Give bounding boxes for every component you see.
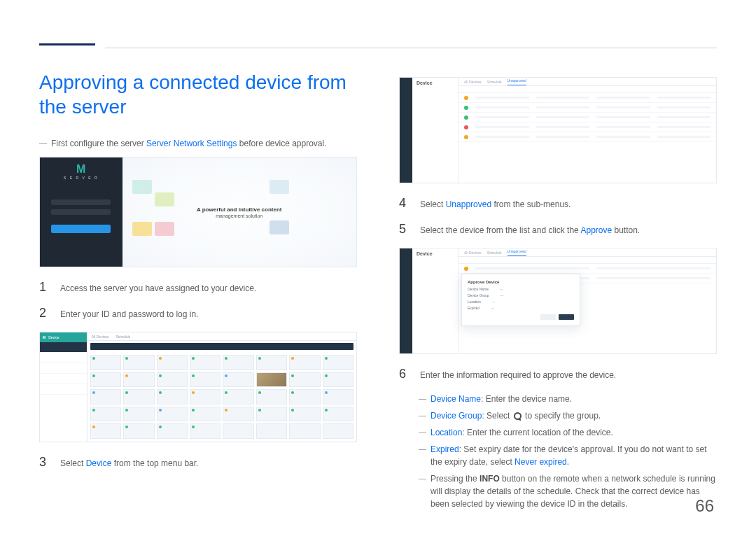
page-title: Approving a connected device from the se… xyxy=(39,70,357,119)
step-6: 6 Enter the information required to appr… xyxy=(399,367,717,381)
device-subtabs: All Devices Schedule Unapproved xyxy=(458,78,716,86)
header-accent-bar xyxy=(39,43,95,45)
step-2: 2 Enter your ID and password to log in. xyxy=(39,306,357,321)
server-logo-text: S E R V E R xyxy=(40,176,122,180)
subnote-info: Pressing the INFO button on the remote w… xyxy=(419,472,717,510)
approve-link: Approve xyxy=(580,225,612,235)
step-number: 6 xyxy=(399,367,409,381)
unapproved-main: All Devices Schedule Unapproved xyxy=(458,78,716,183)
sidebar-item xyxy=(40,363,87,374)
subnote-location: Location: Enter the current location of … xyxy=(419,426,717,439)
left-column: Approving a connected device from the se… xyxy=(39,70,357,514)
step-number: 4 xyxy=(399,196,409,211)
step-text: Enter your ID and password to log in. xyxy=(60,308,198,321)
intro-note-post: before device approval. xyxy=(237,139,326,148)
step-text: Enter the information required to approv… xyxy=(420,369,616,381)
screenshot-device-grid: M Device All Devices Schedule xyxy=(39,332,357,442)
device-sidebar-header: M Device xyxy=(40,332,87,342)
sidebar-item xyxy=(40,353,87,363)
modal-ok-button xyxy=(559,314,574,320)
server-logo-icon: M xyxy=(76,163,85,176)
step-4: 4 Select Unapproved from the sub-menus. xyxy=(399,196,717,211)
sidebar-item xyxy=(40,374,87,384)
intro-note-link: Server Network Settings xyxy=(146,139,237,148)
unapproved-tab: Unapproved xyxy=(507,78,526,85)
step-text: Select Unapproved from the sub-menus. xyxy=(420,198,570,211)
screenshot-approve-dialog: Device All Devices Schedule Unapproved xyxy=(399,248,717,354)
device-side-panel: Device xyxy=(412,78,458,183)
login-password-field xyxy=(51,209,111,215)
search-icon xyxy=(514,412,522,420)
screenshot-unapproved-list: Device All Devices Schedule Unapproved xyxy=(399,77,717,183)
right-column: Device All Devices Schedule Unapproved xyxy=(399,70,717,514)
screenshot-login: M S E R V E R A powerful and intuitive c… xyxy=(39,157,357,267)
subnote-expired: Expired: Set expiry date for the device'… xyxy=(419,443,717,468)
header-divider xyxy=(105,48,717,48)
login-id-field xyxy=(51,199,111,205)
approve-device-modal: Approve Device Device Name— Device Group… xyxy=(461,274,580,326)
device-grid xyxy=(88,352,356,442)
device-sidebar: M Device xyxy=(40,332,88,442)
step-number: 5 xyxy=(399,222,409,237)
subnote-device-name: Device Name: Enter the device name. xyxy=(419,393,717,405)
modal-cancel-button xyxy=(540,314,556,320)
step-text: Select Device from the top menu bar. xyxy=(60,457,198,470)
device-list xyxy=(458,93,716,183)
list-toolbar xyxy=(458,86,716,93)
login-sidebar: M S E R V E R xyxy=(40,157,122,267)
step-text: Access the server you have assigned to y… xyxy=(60,282,256,295)
device-main: All Devices Schedule xyxy=(88,332,356,442)
device-tabs: All Devices Schedule xyxy=(88,332,356,341)
device-toolbar xyxy=(90,343,354,350)
login-bg-headline: A powerful and intuitive content xyxy=(122,206,356,213)
login-background: A powerful and intuitive content managem… xyxy=(122,157,356,267)
login-button xyxy=(51,225,111,233)
unapproved-link: Unapproved xyxy=(446,199,491,209)
sidebar-item xyxy=(40,384,87,395)
page-number: 66 xyxy=(695,496,714,516)
modal-title: Approve Device xyxy=(468,280,574,284)
step-number: 2 xyxy=(39,306,49,321)
step-number: 3 xyxy=(39,455,49,470)
sidebar-item xyxy=(40,342,87,353)
step-text: Select the device from the list and clic… xyxy=(420,224,640,237)
nav-rail xyxy=(400,78,412,183)
intro-note: First configure the server Server Networ… xyxy=(39,139,357,148)
device-link: Device xyxy=(86,458,112,468)
step-1: 1 Access the server you have assigned to… xyxy=(39,280,357,295)
step-5: 5 Select the device from the list and cl… xyxy=(399,222,717,237)
content-columns: Approving a connected device from the se… xyxy=(39,70,717,514)
step-3: 3 Select Device from the top menu bar. xyxy=(39,455,357,470)
subnote-device-group: Device Group: Select to specify the grou… xyxy=(419,409,717,422)
login-bg-subhead: management solution xyxy=(122,213,356,218)
step-number: 1 xyxy=(39,280,49,295)
intro-note-pre: First configure the server xyxy=(51,139,146,148)
